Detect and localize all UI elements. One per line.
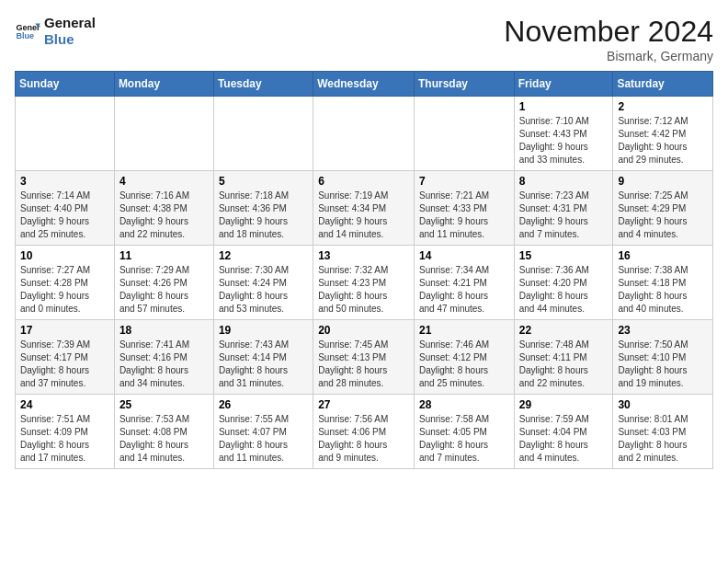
day-info: Sunrise: 7:29 AM Sunset: 4:26 PM Dayligh…	[119, 264, 209, 316]
title-area: November 2024 Bismark, Germany	[504, 15, 713, 63]
calendar-week-0: 1Sunrise: 7:10 AM Sunset: 4:43 PM Daylig…	[16, 97, 713, 171]
day-info: Sunrise: 7:43 AM Sunset: 4:14 PM Dayligh…	[219, 339, 308, 390]
day-info: Sunrise: 7:50 AM Sunset: 4:10 PM Dayligh…	[618, 339, 708, 390]
weekday-header-saturday: Saturday	[613, 72, 713, 97]
day-info: Sunrise: 7:34 AM Sunset: 4:21 PM Dayligh…	[419, 264, 509, 316]
day-info: Sunrise: 7:16 AM Sunset: 4:38 PM Dayligh…	[119, 190, 209, 241]
calendar-cell: 28Sunrise: 7:58 AM Sunset: 4:05 PM Dayli…	[414, 395, 514, 469]
day-info: Sunrise: 7:55 AM Sunset: 4:07 PM Dayligh…	[219, 413, 308, 465]
day-info: Sunrise: 7:27 AM Sunset: 4:28 PM Dayligh…	[20, 264, 109, 316]
calendar-cell: 26Sunrise: 7:55 AM Sunset: 4:07 PM Dayli…	[213, 395, 313, 469]
calendar-cell: 16Sunrise: 7:38 AM Sunset: 4:18 PM Dayli…	[613, 246, 713, 320]
calendar-cell: 25Sunrise: 7:53 AM Sunset: 4:08 PM Dayli…	[114, 395, 213, 469]
calendar-cell: 23Sunrise: 7:50 AM Sunset: 4:10 PM Dayli…	[613, 320, 713, 395]
day-number: 2	[618, 100, 708, 113]
day-info: Sunrise: 7:21 AM Sunset: 4:33 PM Dayligh…	[419, 190, 509, 241]
calendar-cell: 10Sunrise: 7:27 AM Sunset: 4:28 PM Dayli…	[16, 246, 115, 320]
day-number: 30	[618, 398, 708, 411]
header: General Blue General Blue November 2024 …	[15, 15, 713, 63]
calendar-cell	[16, 97, 115, 171]
day-number: 27	[318, 398, 409, 411]
day-number: 7	[419, 175, 509, 188]
day-number: 23	[618, 324, 708, 337]
calendar-cell: 30Sunrise: 8:01 AM Sunset: 4:03 PM Dayli…	[613, 395, 713, 469]
day-number: 25	[119, 398, 209, 411]
day-number: 1	[519, 100, 609, 113]
month-title: November 2024	[504, 15, 713, 49]
day-info: Sunrise: 7:14 AM Sunset: 4:40 PM Dayligh…	[20, 190, 109, 241]
calendar-cell	[114, 97, 213, 171]
day-number: 12	[219, 249, 308, 262]
day-info: Sunrise: 7:51 AM Sunset: 4:09 PM Dayligh…	[20, 413, 109, 465]
day-number: 9	[618, 175, 708, 188]
calendar-week-2: 10Sunrise: 7:27 AM Sunset: 4:28 PM Dayli…	[16, 246, 713, 320]
day-number: 21	[419, 324, 509, 337]
day-number: 8	[519, 175, 609, 188]
day-number: 3	[20, 175, 109, 188]
logo-icon: General Blue	[15, 18, 40, 44]
day-info: Sunrise: 7:18 AM Sunset: 4:36 PM Dayligh…	[219, 190, 308, 241]
weekday-row: SundayMondayTuesdayWednesdayThursdayFrid…	[16, 72, 713, 97]
day-info: Sunrise: 7:45 AM Sunset: 4:13 PM Dayligh…	[318, 339, 409, 390]
day-info: Sunrise: 7:36 AM Sunset: 4:20 PM Dayligh…	[519, 264, 609, 316]
calendar-cell: 22Sunrise: 7:48 AM Sunset: 4:11 PM Dayli…	[514, 320, 613, 395]
day-info: Sunrise: 7:58 AM Sunset: 4:05 PM Dayligh…	[419, 413, 509, 465]
day-number: 24	[20, 398, 109, 411]
day-number: 6	[318, 175, 409, 188]
calendar-body: 1Sunrise: 7:10 AM Sunset: 4:43 PM Daylig…	[16, 97, 713, 469]
day-info: Sunrise: 7:23 AM Sunset: 4:31 PM Dayligh…	[519, 190, 609, 241]
calendar-cell: 3Sunrise: 7:14 AM Sunset: 4:40 PM Daylig…	[16, 171, 115, 246]
day-info: Sunrise: 7:53 AM Sunset: 4:08 PM Dayligh…	[119, 413, 209, 465]
logo-text: General Blue	[44, 15, 96, 48]
day-info: Sunrise: 7:32 AM Sunset: 4:23 PM Dayligh…	[318, 264, 409, 316]
day-info: Sunrise: 7:19 AM Sunset: 4:34 PM Dayligh…	[318, 190, 409, 241]
calendar-cell: 11Sunrise: 7:29 AM Sunset: 4:26 PM Dayli…	[114, 246, 213, 320]
logo: General Blue General Blue	[15, 15, 96, 48]
calendar-cell	[414, 97, 514, 171]
day-info: Sunrise: 7:10 AM Sunset: 4:43 PM Dayligh…	[519, 115, 609, 167]
location: Bismark, Germany	[504, 49, 713, 63]
calendar-cell: 21Sunrise: 7:46 AM Sunset: 4:12 PM Dayli…	[414, 320, 514, 395]
calendar-cell: 9Sunrise: 7:25 AM Sunset: 4:29 PM Daylig…	[613, 171, 713, 246]
day-number: 17	[20, 324, 109, 337]
calendar-cell: 7Sunrise: 7:21 AM Sunset: 4:33 PM Daylig…	[414, 171, 514, 246]
calendar-cell: 20Sunrise: 7:45 AM Sunset: 4:13 PM Dayli…	[313, 320, 415, 395]
day-number: 28	[419, 398, 509, 411]
calendar-cell: 13Sunrise: 7:32 AM Sunset: 4:23 PM Dayli…	[313, 246, 415, 320]
day-info: Sunrise: 7:46 AM Sunset: 4:12 PM Dayligh…	[419, 339, 509, 390]
day-info: Sunrise: 7:59 AM Sunset: 4:04 PM Dayligh…	[519, 413, 609, 465]
svg-text:Blue: Blue	[16, 31, 34, 40]
day-number: 11	[119, 249, 209, 262]
day-info: Sunrise: 7:30 AM Sunset: 4:24 PM Dayligh…	[219, 264, 308, 316]
day-info: Sunrise: 7:12 AM Sunset: 4:42 PM Dayligh…	[618, 115, 708, 167]
day-number: 14	[419, 249, 509, 262]
day-number: 18	[119, 324, 209, 337]
day-number: 20	[318, 324, 409, 337]
calendar-cell: 17Sunrise: 7:39 AM Sunset: 4:17 PM Dayli…	[16, 320, 115, 395]
day-number: 10	[20, 249, 109, 262]
day-info: Sunrise: 7:38 AM Sunset: 4:18 PM Dayligh…	[618, 264, 708, 316]
calendar-cell: 4Sunrise: 7:16 AM Sunset: 4:38 PM Daylig…	[114, 171, 213, 246]
weekday-header-sunday: Sunday	[16, 72, 115, 97]
day-number: 29	[519, 398, 609, 411]
calendar-cell: 1Sunrise: 7:10 AM Sunset: 4:43 PM Daylig…	[514, 97, 613, 171]
day-number: 13	[318, 249, 409, 262]
weekday-header-monday: Monday	[114, 72, 213, 97]
day-info: Sunrise: 7:39 AM Sunset: 4:17 PM Dayligh…	[20, 339, 109, 390]
calendar-cell: 29Sunrise: 7:59 AM Sunset: 4:04 PM Dayli…	[514, 395, 613, 469]
calendar-header: SundayMondayTuesdayWednesdayThursdayFrid…	[16, 72, 713, 97]
calendar-cell: 8Sunrise: 7:23 AM Sunset: 4:31 PM Daylig…	[514, 171, 613, 246]
day-number: 22	[519, 324, 609, 337]
calendar-cell: 15Sunrise: 7:36 AM Sunset: 4:20 PM Dayli…	[514, 246, 613, 320]
calendar-cell: 5Sunrise: 7:18 AM Sunset: 4:36 PM Daylig…	[213, 171, 313, 246]
calendar-week-3: 17Sunrise: 7:39 AM Sunset: 4:17 PM Dayli…	[16, 320, 713, 395]
calendar-cell: 14Sunrise: 7:34 AM Sunset: 4:21 PM Dayli…	[414, 246, 514, 320]
weekday-header-tuesday: Tuesday	[213, 72, 313, 97]
calendar-cell	[213, 97, 313, 171]
day-number: 26	[219, 398, 308, 411]
day-number: 5	[219, 175, 308, 188]
calendar-cell: 2Sunrise: 7:12 AM Sunset: 4:42 PM Daylig…	[613, 97, 713, 171]
day-number: 19	[219, 324, 308, 337]
weekday-header-wednesday: Wednesday	[313, 72, 415, 97]
day-info: Sunrise: 7:25 AM Sunset: 4:29 PM Dayligh…	[618, 190, 708, 241]
